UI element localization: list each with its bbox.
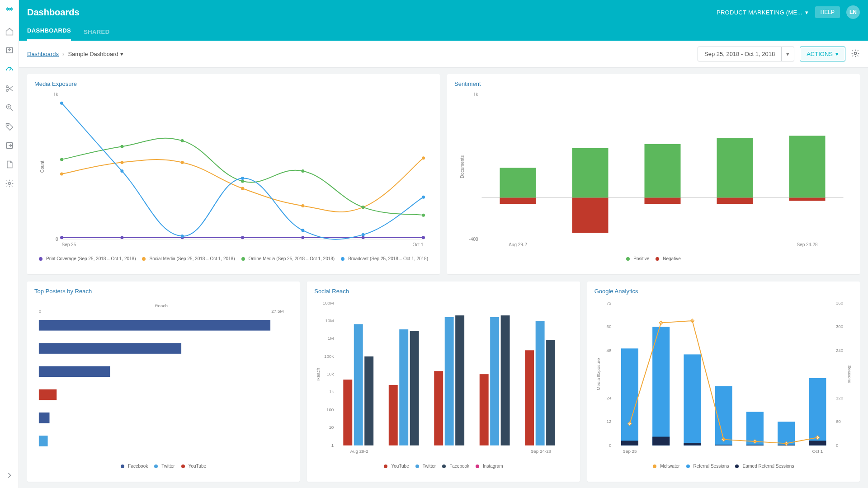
brand-logo-icon bbox=[5, 5, 14, 14]
svg-rect-61 bbox=[39, 320, 270, 331]
svg-text:Aug 29-2: Aug 29-2 bbox=[509, 242, 527, 247]
sidebar-rail bbox=[0, 0, 19, 488]
svg-text:360: 360 bbox=[836, 300, 844, 305]
widget-media-exposure: Media Exposure 1k0CountSep 25Oct 1 Print… bbox=[27, 74, 440, 274]
svg-text:72: 72 bbox=[606, 300, 611, 305]
scissors-icon[interactable] bbox=[5, 84, 14, 93]
svg-point-7 bbox=[854, 52, 857, 55]
svg-rect-91 bbox=[546, 340, 555, 446]
google-analytics-legend: MeltwaterReferral SessionsEarned Referra… bbox=[594, 464, 853, 469]
document-icon[interactable] bbox=[5, 160, 14, 169]
widget-social-reach: Social Reach 1101001k10k100k1M10M100MRea… bbox=[307, 282, 580, 482]
zoom-icon[interactable] bbox=[5, 103, 14, 112]
page-title: Dashboards bbox=[27, 7, 80, 18]
widget-title: Top Posters by Reach bbox=[34, 288, 292, 295]
chevron-down-icon[interactable]: ▾ bbox=[782, 47, 794, 61]
svg-point-20 bbox=[422, 236, 425, 239]
svg-rect-51 bbox=[645, 198, 681, 204]
svg-text:0: 0 bbox=[609, 443, 612, 448]
tag-icon[interactable] bbox=[5, 122, 14, 131]
home-icon[interactable] bbox=[5, 27, 14, 36]
export-icon[interactable] bbox=[5, 141, 14, 150]
svg-rect-89 bbox=[525, 350, 534, 446]
svg-rect-55 bbox=[789, 198, 826, 201]
actions-button[interactable]: ACTIONS ▾ bbox=[800, 47, 845, 61]
svg-rect-63 bbox=[39, 366, 110, 377]
svg-rect-81 bbox=[400, 329, 409, 446]
sentiment-chart: 1k-400DocumentsAug 29-2Sep 24-28 bbox=[454, 90, 853, 253]
svg-point-40 bbox=[362, 233, 365, 236]
svg-point-15 bbox=[120, 236, 123, 239]
expand-sidebar-icon[interactable] bbox=[5, 471, 14, 480]
svg-rect-117 bbox=[746, 445, 764, 446]
tab-shared[interactable]: SHARED bbox=[84, 28, 109, 41]
svg-point-39 bbox=[301, 229, 304, 232]
date-range-picker[interactable]: Sep 25, 2018 - Oct 1, 2018 ▾ bbox=[698, 47, 794, 61]
social-reach-chart: 1101001k10k100k1M10M100MReachAug 29-2Sep… bbox=[314, 297, 572, 460]
google-analytics-chart: 01224486072060120240300360Media Exposure… bbox=[594, 297, 853, 460]
svg-text:120: 120 bbox=[836, 395, 844, 400]
svg-text:Reach: Reach bbox=[316, 368, 321, 380]
svg-rect-62 bbox=[39, 343, 181, 354]
dashboard-icon[interactable] bbox=[5, 65, 14, 74]
svg-rect-79 bbox=[365, 357, 374, 446]
breadcrumb-bar: Dashboards › Sample Dashboard ▾ Sep 25, … bbox=[19, 41, 868, 68]
svg-point-22 bbox=[120, 161, 123, 164]
workspace-dropdown[interactable]: PRODUCT MARKETING (ME... ▾ bbox=[717, 9, 809, 16]
svg-rect-88 bbox=[501, 315, 510, 446]
svg-point-41 bbox=[422, 196, 425, 199]
svg-point-34 bbox=[422, 214, 425, 217]
svg-point-6 bbox=[8, 183, 10, 185]
svg-point-33 bbox=[362, 206, 365, 209]
svg-point-23 bbox=[181, 161, 184, 164]
svg-point-0 bbox=[8, 8, 10, 10]
svg-point-29 bbox=[120, 145, 123, 148]
svg-text:1k: 1k bbox=[329, 389, 334, 394]
gear-icon[interactable] bbox=[851, 49, 860, 59]
svg-text:100M: 100M bbox=[323, 300, 334, 305]
svg-text:10k: 10k bbox=[327, 371, 334, 376]
topbar-tabs: DASHBOARDS SHARED bbox=[19, 21, 868, 41]
svg-text:100k: 100k bbox=[324, 354, 334, 359]
svg-point-38 bbox=[241, 177, 244, 180]
svg-rect-83 bbox=[434, 371, 443, 446]
svg-text:Sessions: Sessions bbox=[847, 365, 852, 383]
svg-point-27 bbox=[422, 156, 425, 160]
svg-point-32 bbox=[301, 169, 304, 173]
svg-point-21 bbox=[60, 173, 63, 176]
social-reach-legend: YouTubeTwitterFacebookInstagram bbox=[314, 464, 572, 469]
svg-rect-110 bbox=[652, 327, 670, 446]
svg-rect-85 bbox=[455, 315, 464, 446]
svg-point-17 bbox=[241, 236, 244, 239]
svg-text:10M: 10M bbox=[326, 318, 334, 323]
svg-point-36 bbox=[120, 169, 123, 173]
settings-icon[interactable] bbox=[5, 179, 14, 188]
svg-rect-48 bbox=[572, 148, 609, 198]
svg-text:Sep 24-28: Sep 24-28 bbox=[797, 242, 818, 247]
svg-rect-121 bbox=[809, 441, 826, 446]
breadcrumb-root[interactable]: Dashboards bbox=[27, 51, 59, 57]
svg-text:-400: -400 bbox=[469, 237, 478, 242]
widget-title: Sentiment bbox=[454, 80, 853, 87]
tab-dashboards[interactable]: DASHBOARDS bbox=[27, 27, 71, 41]
inbox-icon[interactable] bbox=[5, 46, 14, 55]
svg-text:Aug 29-2: Aug 29-2 bbox=[350, 449, 368, 454]
svg-point-24 bbox=[241, 187, 244, 190]
svg-rect-82 bbox=[410, 331, 419, 445]
chevron-down-icon: ▾ bbox=[805, 9, 808, 16]
svg-point-37 bbox=[181, 235, 184, 238]
user-avatar[interactable]: LN bbox=[846, 5, 860, 19]
svg-text:Oct 1: Oct 1 bbox=[812, 449, 823, 454]
svg-rect-47 bbox=[500, 198, 536, 204]
svg-rect-109 bbox=[621, 441, 638, 446]
breadcrumb-current[interactable]: Sample Dashboard ▾ bbox=[68, 51, 123, 57]
svg-text:Reach: Reach bbox=[155, 303, 168, 308]
svg-rect-111 bbox=[652, 436, 670, 445]
svg-rect-54 bbox=[789, 136, 826, 197]
svg-point-35 bbox=[60, 102, 63, 105]
help-button[interactable]: HELP bbox=[815, 6, 840, 18]
widget-sentiment: Sentiment 1k-400DocumentsAug 29-2Sep 24-… bbox=[447, 74, 860, 274]
date-range-text: Sep 25, 2018 - Oct 1, 2018 bbox=[698, 47, 782, 61]
svg-point-18 bbox=[301, 236, 304, 239]
top-posters-chart: Reach027.5M bbox=[34, 297, 292, 460]
